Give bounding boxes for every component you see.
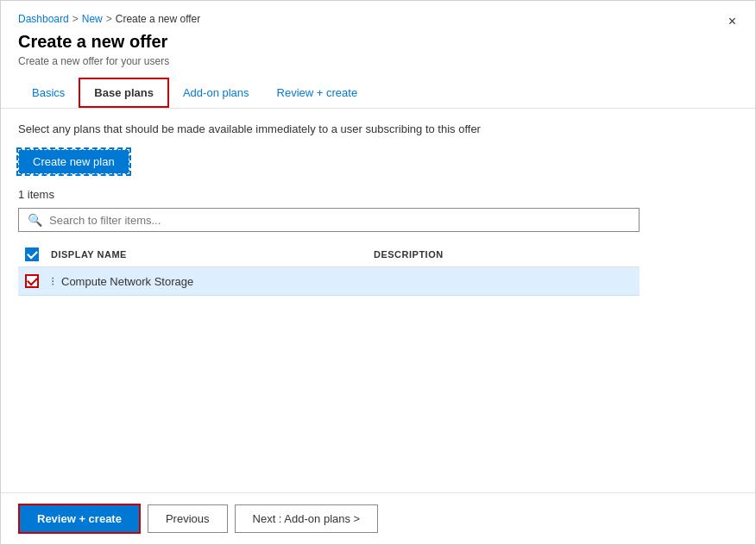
breadcrumb-sep-2: > [106, 13, 112, 25]
header-checkbox-col [25, 247, 51, 261]
section-description: Select any plans that should be made ava… [18, 122, 738, 135]
panel-header: Dashboard > New > Create a new offer Cre… [1, 1, 755, 109]
search-icon: 🔍 [28, 213, 42, 227]
previous-button[interactable]: Previous [148, 504, 228, 533]
breadcrumb-dashboard[interactable]: Dashboard [18, 13, 69, 25]
table-row[interactable]: ⁝ Compute Network Storage [18, 267, 639, 296]
breadcrumb-new[interactable]: New [82, 13, 103, 25]
panel-footer: Review + create Previous Next : Add-on p… [1, 492, 755, 544]
tab-review-create[interactable]: Review + create [263, 78, 372, 108]
breadcrumb-current: Create a new offer [116, 13, 201, 25]
panel-body: Select any plans that should be made ava… [1, 109, 755, 492]
page-subtitle: Create a new offer for your users [18, 55, 738, 67]
close-button[interactable]: × [723, 13, 741, 30]
breadcrumb: Dashboard > New > Create a new offer [18, 13, 738, 25]
tab-bar: Basics Base plans Add-on plans Review + … [18, 78, 738, 108]
row-checkbox[interactable] [25, 274, 39, 288]
items-count: 1 items [18, 188, 738, 201]
search-input[interactable] [49, 214, 630, 227]
search-box: 🔍 [18, 208, 639, 232]
page-title: Create a new offer [18, 32, 738, 52]
row-checkbox-col [25, 274, 51, 288]
column-description: DESCRIPTION [374, 249, 633, 260]
tab-addon-plans[interactable]: Add-on plans [169, 78, 263, 108]
row-icon: ⁝ [51, 274, 54, 288]
table-header: DISPLAY NAME DESCRIPTION [18, 242, 639, 267]
breadcrumb-sep-1: > [72, 13, 79, 25]
review-create-button[interactable]: Review + create [18, 504, 141, 534]
next-button[interactable]: Next : Add-on plans > [235, 504, 379, 533]
create-new-plan-button[interactable]: Create new plan [18, 149, 129, 174]
select-all-checkbox[interactable] [25, 247, 39, 261]
tab-base-plans[interactable]: Base plans [79, 78, 169, 108]
column-display-name: DISPLAY NAME [51, 249, 374, 260]
row-display-name: Compute Network Storage [61, 275, 193, 288]
tab-basics[interactable]: Basics [18, 78, 79, 108]
main-panel: Dashboard > New > Create a new offer Cre… [0, 0, 756, 545]
